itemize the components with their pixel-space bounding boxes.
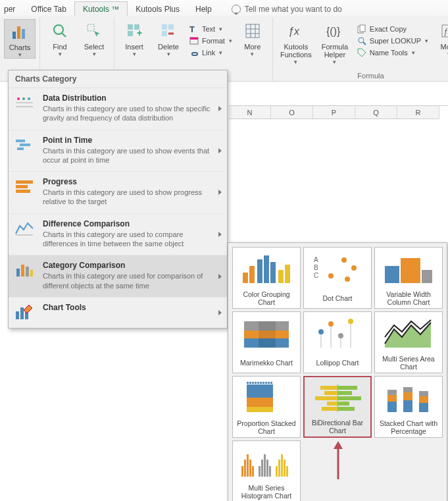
braces-icon: {()}: [324, 20, 345, 41]
menu-item-point-in-time[interactable]: Point in Time Charts in this category ar…: [9, 130, 227, 172]
gallery-proportion-stacked[interactable]: Proportion Stacked Chart: [232, 376, 301, 438]
svg-text:A: A: [314, 256, 318, 263]
svg-rect-112: [403, 387, 412, 392]
svg-rect-83: [247, 382, 249, 384]
svg-rect-94: [247, 398, 273, 407]
svg-rect-101: [315, 396, 337, 400]
svg-rect-98: [337, 386, 357, 390]
svg-rect-67: [259, 321, 276, 330]
svg-text:ƒx: ƒx: [288, 26, 300, 37]
tag-icon: [357, 47, 367, 58]
format-button[interactable]: Format: [187, 35, 234, 47]
tell-me-placeholder: Tell me what you want to do: [245, 5, 342, 14]
find-button[interactable]: Find ▾: [44, 19, 76, 57]
svg-rect-102: [337, 396, 361, 400]
distribution-icon: [14, 93, 35, 112]
chart-tools-icon: [14, 303, 35, 321]
bidir-thumb: [305, 377, 370, 419]
svg-rect-123: [264, 454, 266, 477]
svg-point-59: [341, 257, 347, 263]
super-lookup-button[interactable]: Super LOOKUP: [355, 35, 430, 47]
category-icon: [14, 261, 35, 279]
text-button[interactable]: T Text: [187, 23, 234, 35]
svg-point-78: [328, 321, 334, 327]
svg-text:C: C: [314, 272, 318, 279]
svg-rect-104: [337, 402, 349, 406]
gallery-multi-histogram[interactable]: Multi Series Histogram Chart: [232, 440, 301, 501]
svg-rect-88: [260, 382, 262, 384]
kutools-functions-button[interactable]: ƒx Kutools Functions ▾: [277, 19, 315, 70]
gallery-stacked-percent[interactable]: Stacked Chart with Percentage: [374, 376, 443, 438]
svg-point-61: [328, 273, 334, 278]
svg-rect-39: [16, 185, 28, 188]
insert-icon: +: [124, 20, 145, 41]
svg-point-60: [351, 265, 357, 271]
name-tools-button[interactable]: Name Tools: [355, 47, 430, 59]
exact-copy-button[interactable]: Exact Copy: [355, 23, 430, 35]
chevron-right-icon: [218, 274, 222, 279]
tab-kutools[interactable]: Kutools ™: [74, 1, 128, 16]
link-button[interactable]: Link: [187, 47, 234, 59]
tab-developer[interactable]: per: [4, 2, 23, 16]
svg-text:{()}: {()}: [326, 26, 341, 37]
svg-rect-118: [247, 454, 249, 477]
gallery-color-grouping[interactable]: Color Grouping Chart: [232, 247, 301, 309]
gallery-multi-area[interactable]: Multi Series Area Chart: [374, 311, 443, 373]
svg-rect-92: [270, 382, 272, 384]
col-header[interactable]: Q: [355, 106, 397, 119]
svg-rect-5: [87, 24, 94, 31]
select-button[interactable]: Select ▾: [78, 19, 110, 57]
tab-help[interactable]: Help: [187, 2, 220, 16]
svg-rect-129: [284, 460, 286, 477]
menu-item-progress[interactable]: Progress Charts in this category are use…: [9, 172, 227, 214]
gallery-bidirectional-bar[interactable]: BiDirectional Bar Chart: [303, 376, 372, 438]
menu-item-category-comparison[interactable]: Category Comparison Charts in this categ…: [9, 255, 227, 298]
tell-me-search[interactable]: Tell me what you want to do: [232, 5, 342, 16]
charts-category-menu: Charts Category Data Distribution Charts…: [8, 70, 228, 329]
svg-rect-89: [262, 382, 264, 384]
insert-button[interactable]: + Insert ▾: [118, 19, 150, 63]
svg-rect-99: [324, 391, 337, 395]
gallery-variable-width[interactable]: Variable Width Column Chart: [374, 247, 443, 309]
svg-rect-111: [403, 392, 412, 400]
svg-rect-49: [243, 273, 248, 283]
tab-kutools-plus[interactable]: Kutools Plus: [128, 2, 187, 16]
svg-rect-0: [12, 32, 16, 39]
col-header[interactable]: R: [397, 106, 439, 119]
col-header[interactable]: N: [229, 106, 271, 119]
col-header[interactable]: P: [313, 106, 355, 119]
charts-icon: [9, 21, 30, 42]
svg-rect-116: [241, 466, 243, 477]
gallery-lollipop[interactable]: Lollipop Chart: [303, 311, 372, 373]
delete-button[interactable]: Delete ▾: [153, 19, 184, 63]
charts-label: Charts: [9, 43, 30, 51]
svg-rect-84: [249, 382, 251, 384]
svg-rect-8: [128, 31, 133, 36]
svg-rect-44: [26, 267, 29, 277]
svg-rect-72: [244, 338, 259, 348]
menu-item-chart-tools[interactable]: Chart Tools: [9, 298, 227, 328]
svg-point-80: [338, 333, 343, 338]
svg-rect-114: [419, 396, 428, 403]
grid-icon: [242, 20, 263, 41]
charts-button[interactable]: Charts ▾: [4, 19, 36, 59]
svg-point-62: [345, 277, 350, 282]
svg-line-27: [363, 42, 366, 45]
more2-button[interactable]: ƒx More ▾: [433, 19, 448, 70]
more-button[interactable]: More ▾: [237, 19, 268, 63]
svg-point-82: [348, 319, 353, 324]
dot-chart-thumb: ABC: [304, 248, 371, 291]
svg-rect-125: [269, 466, 271, 477]
ribbon-tabstrip: per Office Tab Kutools ™ Kutools Plus He…: [0, 0, 448, 16]
menu-item-difference-comparison[interactable]: Difference Comparison Charts in this cat…: [9, 214, 227, 256]
gallery-dot-chart[interactable]: ABC Dot Chart: [303, 247, 372, 309]
marimekko-thumb: [233, 312, 300, 356]
menu-item-data-distribution[interactable]: Data Distribution Charts in this categor…: [9, 88, 227, 130]
formula-helper-button[interactable]: {()} Formula Helper ▾: [318, 19, 352, 70]
svg-rect-97: [320, 386, 337, 390]
svg-rect-127: [278, 460, 280, 477]
gallery-marimekko[interactable]: Marimekko Chart: [232, 311, 301, 373]
svg-rect-51: [257, 259, 262, 283]
col-header[interactable]: O: [271, 106, 313, 119]
tab-office-tab[interactable]: Office Tab: [23, 2, 74, 16]
